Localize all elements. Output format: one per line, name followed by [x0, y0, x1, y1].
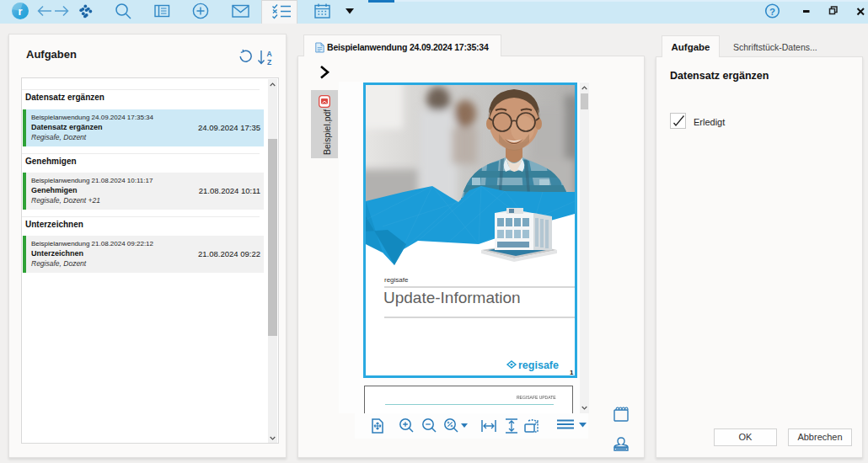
svg-text:regisafe: regisafe: [384, 276, 409, 284]
svg-text:r: r: [18, 5, 22, 18]
svg-text:regisafe: regisafe: [518, 359, 559, 371]
svg-text:Z: Z: [267, 58, 271, 66]
svg-text:?: ?: [769, 7, 775, 17]
svg-text:1: 1: [570, 369, 574, 375]
svg-text:A: A: [266, 50, 271, 58]
svg-text:Update-Information: Update-Information: [383, 289, 521, 306]
